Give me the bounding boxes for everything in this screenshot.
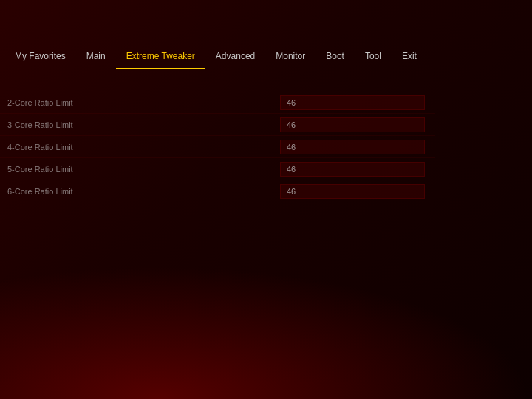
tab-my-favorites[interactable]: My Favorites: [4, 44, 76, 68]
tab-exit[interactable]: Exit: [392, 44, 427, 68]
tab-extreme-tweaker[interactable]: Extreme Tweaker: [116, 44, 205, 69]
input-2core[interactable]: 46: [280, 95, 425, 110]
setting-row-5core: 5-Core Ratio Limit 46: [0, 158, 435, 180]
tab-tool[interactable]: Tool: [355, 44, 392, 68]
input-6core[interactable]: 46: [280, 184, 425, 199]
setting-row-6core: 6-Core Ratio Limit 46: [0, 180, 435, 202]
setting-label-4core: 4-Core Ratio Limit: [7, 143, 280, 151]
tab-boot[interactable]: Boot: [316, 44, 355, 68]
tab-monitor[interactable]: Monitor: [265, 44, 316, 68]
tab-main[interactable]: Main: [76, 44, 116, 68]
setting-value-2core[interactable]: 46: [280, 95, 428, 110]
input-4core[interactable]: 46: [280, 140, 425, 154]
setting-label-5core: 5-Core Ratio Limit: [7, 165, 280, 174]
setting-value-5core[interactable]: 46: [280, 162, 428, 177]
tab-advanced[interactable]: Advanced: [205, 44, 265, 68]
setting-row-3core: 3-Core Ratio Limit 46: [0, 114, 435, 136]
setting-label-6core: 6-Core Ratio Limit: [7, 187, 280, 196]
input-5core[interactable]: 46: [280, 162, 425, 177]
setting-row-4core: 4-Core Ratio Limit 46: [0, 136, 435, 158]
input-3core[interactable]: 46: [280, 117, 425, 132]
setting-label-3core: 3-Core Ratio Limit: [7, 120, 280, 129]
setting-value-6core[interactable]: 46: [280, 184, 428, 199]
setting-row-2core: 2-Core Ratio Limit 46: [0, 92, 435, 114]
setting-value-4core[interactable]: 46: [280, 140, 428, 154]
setting-label-2core: 2-Core Ratio Limit: [7, 98, 280, 107]
setting-value-3core[interactable]: 46: [280, 117, 428, 132]
